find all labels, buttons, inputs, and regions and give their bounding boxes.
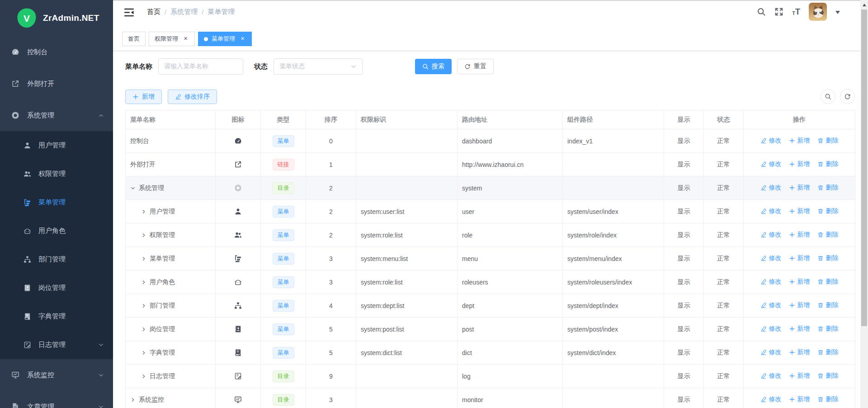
sidebar-item-dept[interactable]: 部门管理 — [0, 245, 113, 274]
sidebar-item-label: 菜单管理 — [38, 198, 66, 207]
sidebar-item-system[interactable]: 系统管理 — [0, 100, 113, 131]
expand-row-icon[interactable] — [141, 303, 146, 308]
component-cell — [563, 153, 664, 176]
vertical-scrollbar[interactable] — [860, 0, 868, 408]
add-row-link[interactable]: 新增 — [789, 278, 810, 286]
add-row-link[interactable]: 新增 — [789, 160, 810, 168]
badge-icon — [234, 325, 242, 333]
component-cell: system/user/index — [563, 200, 664, 223]
edit-row-link[interactable]: 修改 — [760, 278, 782, 286]
add-row-link[interactable]: 新增 — [789, 372, 810, 380]
sidebar-item-dict[interactable]: 字典管理 — [0, 302, 113, 331]
user-menu-caret-icon[interactable] — [835, 11, 840, 16]
tab-close-icon[interactable]: × — [239, 36, 246, 43]
trash-icon — [817, 302, 824, 308]
tab-close-icon[interactable]: × — [182, 36, 189, 43]
breadcrumb-home[interactable]: 首页 — [147, 8, 160, 16]
app-logo[interactable]: V ZrAdmin.NET — [0, 0, 113, 36]
add-row-link[interactable]: 新增 — [789, 254, 810, 262]
chevron-up-icon — [98, 113, 104, 119]
font-size-icon[interactable]: TT — [792, 8, 800, 16]
badge-icon — [24, 284, 31, 292]
delete-row-link[interactable]: 删除 — [817, 348, 839, 356]
expand-row-icon[interactable] — [141, 209, 146, 214]
delete-row-link[interactable]: 删除 — [817, 160, 839, 168]
sidebar-item-log[interactable]: 日志管理 — [0, 331, 113, 359]
sidebar-item-role[interactable]: 权限管理 — [0, 160, 113, 188]
tab-菜单管理[interactable]: 菜单管理× — [198, 32, 252, 46]
expand-row-icon[interactable] — [141, 280, 146, 285]
main-area: 首页 / 系统管理 / 菜单管理 TT 首页权限管理×菜单管理× — [113, 0, 868, 408]
delete-row-link[interactable]: 删除 — [817, 325, 839, 333]
add-row-link[interactable]: 新增 — [789, 395, 810, 403]
edit-row-link[interactable]: 修改 — [760, 160, 782, 168]
trash-icon — [817, 255, 824, 261]
status-select[interactable]: 菜单状态 — [274, 58, 363, 75]
menu-tree-icon — [24, 199, 31, 206]
edit-row-link[interactable]: 修改 — [760, 137, 782, 145]
edit-row-link[interactable]: 修改 — [760, 395, 782, 403]
expand-row-icon[interactable] — [141, 232, 146, 238]
edit-row-link[interactable]: 修改 — [760, 301, 782, 309]
add-row-link[interactable]: 新增 — [789, 231, 810, 239]
external-link-icon — [234, 161, 242, 168]
edit-sort-button[interactable]: 修改排序 — [168, 90, 217, 104]
toggle-search-button[interactable] — [821, 89, 835, 104]
add-row-link[interactable]: 新增 — [789, 207, 810, 215]
reset-button[interactable]: 重置 — [457, 59, 494, 74]
menu-name-input[interactable]: 请输入菜单名称 — [158, 58, 243, 75]
sidebar-item-post[interactable]: 岗位管理 — [0, 274, 113, 302]
add-row-link[interactable]: 新增 — [789, 325, 810, 333]
trash-icon — [817, 326, 824, 332]
tab-权限管理[interactable]: 权限管理× — [149, 32, 195, 46]
search-icon[interactable] — [757, 7, 766, 16]
delete-row-link[interactable]: 删除 — [817, 207, 839, 215]
sidebar-item-article[interactable]: 文章管理 — [0, 391, 113, 408]
delete-row-link[interactable]: 删除 — [817, 137, 839, 145]
expand-row-icon[interactable] — [141, 374, 146, 379]
edit-row-link[interactable]: 修改 — [760, 372, 782, 380]
refresh-table-button[interactable] — [840, 89, 855, 104]
fullscreen-icon[interactable] — [774, 7, 783, 16]
collapse-row-icon[interactable] — [130, 185, 136, 191]
add-row-link[interactable]: 新增 — [789, 301, 810, 309]
column-header-显示: 显示 — [664, 110, 704, 129]
expand-row-icon[interactable] — [130, 397, 136, 403]
delete-row-link[interactable]: 删除 — [817, 278, 839, 286]
type-tag: 菜单 — [273, 300, 294, 312]
edit-row-link[interactable]: 修改 — [760, 325, 782, 333]
edit-row-link[interactable]: 修改 — [760, 348, 782, 356]
add-row-link[interactable]: 新增 — [789, 348, 810, 356]
edit-row-link[interactable]: 修改 — [760, 184, 782, 192]
expand-row-icon[interactable] — [141, 256, 146, 261]
delete-row-link[interactable]: 删除 — [817, 184, 839, 192]
expand-row-icon[interactable] — [141, 327, 146, 332]
expand-row-icon[interactable] — [141, 350, 146, 356]
sidebar-fold-icon[interactable] — [124, 7, 134, 16]
status-cell: 正常 — [704, 129, 744, 153]
sidebar-item-monitor[interactable]: 系统监控 — [0, 359, 113, 391]
scrollbar-thumb[interactable] — [861, 9, 867, 326]
add-menu-button[interactable]: 新增 — [125, 90, 162, 104]
delete-row-link[interactable]: 删除 — [817, 395, 839, 403]
scrollbar-up-button[interactable] — [860, 0, 868, 8]
add-row-link[interactable]: 新增 — [789, 137, 810, 145]
sidebar-item-roleusers[interactable]: 用户角色 — [0, 217, 113, 245]
user-avatar[interactable] — [809, 3, 827, 21]
edit-row-link[interactable]: 修改 — [760, 231, 782, 239]
gear-icon — [11, 111, 19, 119]
sidebar-item-menu[interactable]: 菜单管理 — [0, 188, 113, 217]
delete-row-link[interactable]: 删除 — [817, 254, 839, 262]
sidebar-item-external[interactable]: 外部打开 — [0, 68, 113, 100]
delete-row-link[interactable]: 删除 — [817, 372, 839, 380]
sidebar-item-user[interactable]: 用户管理 — [0, 131, 113, 160]
delete-row-link[interactable]: 删除 — [817, 301, 839, 309]
delete-row-link[interactable]: 删除 — [817, 231, 839, 239]
edit-row-link[interactable]: 修改 — [760, 207, 782, 215]
tab-首页[interactable]: 首页 — [122, 32, 146, 46]
top-navbar: 首页 / 系统管理 / 菜单管理 TT — [113, 1, 868, 23]
sidebar-item-console[interactable]: 控制台 — [0, 36, 113, 68]
search-button[interactable]: 搜索 — [415, 59, 452, 74]
edit-row-link[interactable]: 修改 — [760, 254, 782, 262]
add-row-link[interactable]: 新增 — [789, 184, 810, 192]
